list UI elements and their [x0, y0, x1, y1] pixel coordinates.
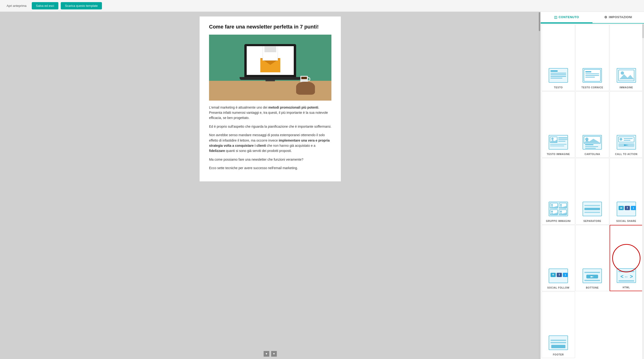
laptop-screen-inner: Newsletter: [247, 46, 294, 75]
svg-rect-5: [550, 78, 562, 79]
tab-settings[interactable]: ⚙ IMPOSTAZIONI: [592, 12, 644, 23]
social-share-icon: ➦ f t: [616, 200, 637, 218]
svg-rect-36: [624, 140, 630, 141]
svg-text:➦: ➦: [620, 206, 622, 210]
block-footer[interactable]: FOOTER: [542, 292, 575, 358]
gear-icon: ⚙: [604, 15, 608, 19]
separatore-icon: [582, 200, 603, 218]
svg-rect-76: [618, 271, 634, 272]
hand-illustration: [296, 82, 315, 95]
cartolina-icon: [582, 133, 603, 151]
svg-rect-31: [585, 148, 596, 149]
nav-right-arrow[interactable]: ▼: [271, 351, 277, 357]
svg-point-18: [551, 138, 554, 140]
testo-cornice-icon: [582, 67, 603, 84]
svg-rect-84: [551, 345, 566, 348]
svg-rect-53: [584, 205, 600, 206]
laptop-stand: [266, 80, 275, 81]
main-area: Come fare una newsletter perfetta in 7 p…: [0, 12, 644, 359]
testo-icon: [548, 67, 569, 84]
html-icon: < ↔ >: [616, 267, 637, 284]
bottom-nav: ▼ ▼: [264, 351, 277, 357]
svg-text:<: <: [620, 273, 624, 279]
footer-icon: [548, 334, 569, 351]
tab-content-label: CONTENUTO: [558, 15, 579, 19]
email-body: L'email marketing è attualmente uno dei …: [209, 105, 332, 171]
social-follow-label: SOCIAL FOLLOW: [547, 286, 570, 289]
laptop-base: [240, 77, 301, 80]
grid-icon: ◫: [554, 15, 558, 19]
svg-rect-10: [586, 75, 599, 76]
bottone-label: BOTTONE: [586, 286, 598, 289]
svg-rect-54: [584, 208, 600, 210]
svg-rect-21: [558, 139, 567, 140]
svg-rect-8: [586, 71, 591, 72]
svg-point-44: [560, 204, 562, 206]
preview-button[interactable]: Apri anteprima: [4, 3, 30, 9]
email-para5: Ecco sette tecniche per avere successo n…: [209, 165, 332, 171]
svg-rect-22: [558, 141, 566, 142]
canvas-scrollbar[interactable]: [538, 12, 540, 359]
svg-rect-4: [550, 76, 566, 77]
call-to-action-icon: [616, 133, 637, 151]
svg-point-47: [551, 211, 553, 212]
svg-rect-83: [550, 342, 566, 343]
canvas-area: Come fare una newsletter perfetta in 7 p…: [0, 12, 540, 359]
right-panel-scroll-thumb[interactable]: [642, 24, 644, 38]
email-hero-image: Newsletter: [209, 35, 332, 101]
svg-text:↔: ↔: [624, 274, 628, 279]
svg-rect-74: [584, 280, 600, 281]
block-bottone[interactable]: BOTTONE: [576, 225, 609, 291]
email-title: Come fare una newsletter perfetta in 7 p…: [209, 24, 332, 30]
block-testo-cornice[interactable]: TESTO CORNICE: [576, 25, 609, 91]
gruppo-immagini-icon: [548, 200, 569, 218]
download-button[interactable]: Scarica questo template: [61, 2, 102, 10]
block-testo[interactable]: TESTO: [542, 25, 575, 91]
footer-label: FOOTER: [553, 353, 564, 356]
email-para3: Non avrebbe senso mandare messaggi di po…: [209, 132, 332, 154]
html-label: HTML: [622, 286, 630, 289]
social-follow-icon: + f t: [548, 267, 569, 284]
svg-rect-35: [624, 138, 633, 139]
separatore-label: SEPARATORE: [584, 220, 602, 222]
svg-point-34: [620, 138, 622, 141]
svg-rect-80: [618, 280, 634, 281]
right-panel: ◫ CONTENUTO ⚙ IMPOSTAZIONI: [540, 12, 644, 359]
nav-left-arrow[interactable]: ▼: [264, 351, 269, 357]
block-social-share[interactable]: ➦ f t SOCIAL SHARE: [610, 158, 643, 224]
svg-point-50: [560, 211, 562, 212]
save-button[interactable]: Salva ed esci: [32, 2, 58, 10]
block-html[interactable]: < ↔ > HTML: [610, 225, 643, 291]
svg-text:>: >: [630, 273, 633, 279]
laptop-illustration: Newsletter: [237, 44, 303, 87]
call-to-action-label: CALL TO ACTION: [615, 153, 638, 155]
block-cartolina[interactable]: CARTOLINA: [576, 91, 609, 158]
email-para1: L'email marketing è attualmente uno dei …: [209, 105, 332, 121]
canvas-scroll-thumb[interactable]: [539, 12, 540, 31]
block-gruppo-immagini[interactable]: GRUPPO IMMAGINI: [542, 158, 575, 224]
testo-label: TESTO: [554, 86, 563, 89]
svg-rect-23: [550, 144, 566, 145]
svg-point-41: [551, 204, 553, 206]
svg-rect-9: [586, 74, 599, 74]
svg-rect-82: [550, 340, 566, 341]
toolbar: Apri anteprima Salva ed esci Scarica que…: [0, 0, 644, 12]
right-panel-scrollbar[interactable]: [642, 24, 644, 359]
svg-rect-29: [585, 144, 594, 145]
social-share-label: SOCIAL SHARE: [616, 220, 636, 222]
block-social-follow[interactable]: + f t SOCIAL FOLLOW: [542, 225, 575, 291]
immagine-label: IMMAGINE: [620, 86, 633, 89]
block-separatore[interactable]: SEPARATORE: [576, 158, 609, 224]
block-call-to-action[interactable]: CALL TO ACTION: [610, 91, 643, 158]
tab-content[interactable]: ◫ CONTENUTO: [541, 12, 592, 23]
block-testo-immagine[interactable]: TESTO IMMAGINE: [542, 91, 575, 158]
block-immagine[interactable]: IMMAGINE: [610, 25, 643, 91]
svg-rect-71: [584, 272, 600, 273]
email-para2: Ed è proprio sull'aspetto che riguarda l…: [209, 124, 332, 129]
svg-text:t: t: [633, 207, 634, 209]
svg-rect-11: [586, 77, 595, 78]
bottone-icon: [582, 267, 603, 284]
svg-point-14: [621, 71, 624, 75]
testo-immagine-icon: [548, 133, 569, 151]
svg-rect-20: [558, 138, 567, 138]
